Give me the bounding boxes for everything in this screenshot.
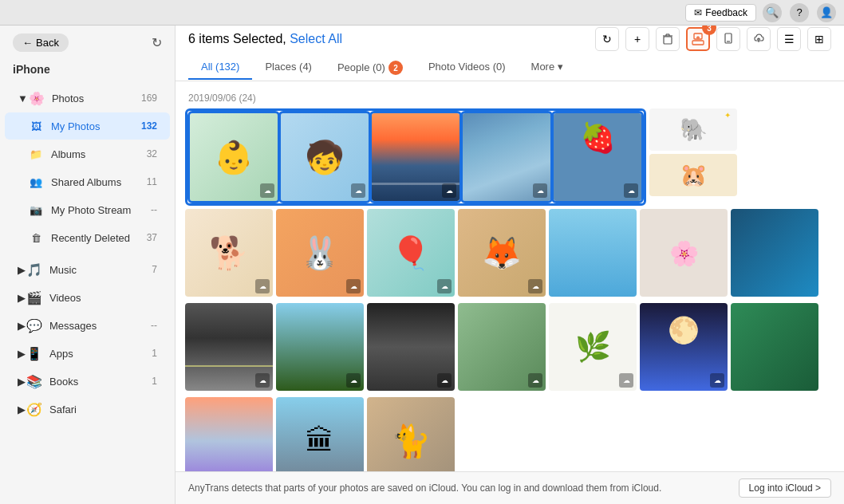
my-photos-icon: 🖼	[27, 117, 45, 135]
toolbar-delete-button[interactable]	[656, 27, 680, 51]
sidebar-item-videos[interactable]: ▶ 🎬 Videos	[5, 284, 170, 311]
icloud-login-button[interactable]: Log into iCloud >	[739, 478, 831, 498]
photo-thumb-2[interactable]: 🧒 ☁	[281, 113, 369, 201]
photo-thumb-18[interactable]: ☁	[458, 303, 546, 391]
tab-all[interactable]: All (132)	[188, 57, 252, 80]
sidebar-recently-deleted-label: Recently Deleted	[51, 232, 147, 244]
sidebar-music-label: Music	[49, 264, 152, 276]
photo-row-3: ☁ ☁ ☁ ☁ 🌿 ☁ 🌕 ☁	[185, 303, 834, 391]
user-icon-button[interactable]: 👤	[817, 3, 836, 22]
back-label: Back	[36, 37, 59, 49]
sidebar-photo-stream-count: --	[151, 204, 157, 215]
safari-expand-icon: ▶	[18, 404, 26, 415]
toolbar-grid-view-button[interactable]: ⊞	[807, 27, 831, 51]
refresh-icon[interactable]: ↻	[152, 35, 162, 50]
search-icon-button[interactable]: 🔍	[763, 3, 782, 22]
device-export-icon	[722, 33, 735, 45]
sidebar-item-albums[interactable]: 📁 Albums 32	[5, 140, 170, 167]
photo-thumb-13[interactable]: 🌸	[640, 209, 728, 297]
photo-thumb-11[interactable]: 🦊 ☁	[458, 209, 546, 297]
sidebar-other-section: ▶ 🎵 Music 7 ▶ 🎬 Videos ▶ 💬 Messages -- ▶…	[0, 254, 175, 425]
photo-row-2: 🐕 ☁ 🐰 ☁ 🎈 ☁ 🦊 ☁ 🌸	[185, 209, 834, 297]
expand-arrow-icon: ▼	[18, 93, 28, 104]
sidebar-item-photos[interactable]: ▼ 🌸 Photos 169	[5, 85, 170, 112]
toolbar-refresh-button[interactable]: ↻	[595, 27, 619, 51]
photo-thumb-3[interactable]: ☁	[372, 113, 459, 201]
sidebar-item-my-photos[interactable]: 🖼 My Photos 132	[5, 112, 170, 140]
photo-thumb-8[interactable]: 🐕 ☁	[185, 209, 273, 297]
back-button[interactable]: ← Back	[13, 33, 69, 52]
photo-thumb-20[interactable]: 🌕 ☁	[640, 303, 728, 391]
sidebar-item-safari[interactable]: ▶ 🧭 Safari	[5, 396, 170, 423]
toolbar-list-view-button[interactable]: ☰	[777, 27, 801, 51]
sidebar-item-recently-deleted[interactable]: 🗑 Recently Deleted 37	[5, 224, 170, 251]
photo-tabs: All (132) Places (4) People (0)2 Photo V…	[188, 57, 831, 79]
sidebar-videos-label: Videos	[49, 292, 157, 304]
photo-thumb-15[interactable]: ☁	[185, 303, 273, 391]
selection-info: 6 items Selected, Select All	[188, 32, 342, 46]
photo-thumb-16[interactable]: ☁	[276, 303, 364, 391]
help-icon-button[interactable]: ?	[790, 3, 809, 22]
photo-thumb-4[interactable]: ☁	[463, 113, 550, 201]
photo-thumb-5[interactable]: 🍓 ☁	[554, 113, 641, 201]
select-all-link[interactable]: Select All	[290, 32, 342, 45]
photo-stream-icon: 📷	[27, 201, 45, 219]
photo-thumb-14[interactable]	[731, 209, 818, 297]
people-tab-badge: 2	[388, 61, 403, 75]
selection-text: 6 items Selected,	[188, 32, 286, 45]
sidebar-my-photos-label: My Photos	[51, 120, 141, 132]
content-area: 6 items Selected, Select All ↻ +	[176, 26, 844, 504]
feedback-label: Feedback	[705, 7, 747, 18]
toolbar-upload-icloud-button[interactable]	[747, 27, 771, 51]
cloud-badge-18: ☁	[528, 373, 542, 388]
sidebar-photo-stream-label: My Photo Stream	[51, 204, 151, 216]
sidebar-photos-count: 169	[141, 93, 157, 104]
tab-places[interactable]: Places (4)	[252, 57, 325, 80]
sidebar-item-messages[interactable]: ▶ 💬 Messages --	[5, 312, 170, 339]
sidebar-messages-count: --	[151, 320, 157, 331]
music-icon: 🎵	[26, 261, 43, 278]
photo-thumb-9[interactable]: 🐰 ☁	[276, 209, 364, 297]
albums-icon: 📁	[27, 145, 45, 163]
feedback-icon: ✉	[694, 7, 702, 18]
books-icon: 📚	[26, 372, 43, 390]
sidebar-apps-label: Apps	[49, 348, 152, 360]
toolbar-device-export-button[interactable]	[716, 27, 740, 51]
books-expand-icon: ▶	[18, 376, 26, 388]
tab-more[interactable]: More ▾	[519, 57, 576, 80]
videos-expand-icon: ▶	[18, 292, 26, 304]
photo-thumb-7[interactable]: 🐹	[649, 154, 737, 196]
cloud-badge-17: ☁	[437, 373, 452, 388]
photo-thumb-24[interactable]: 🐈	[367, 397, 455, 471]
photo-thumb-1[interactable]: 👶 ☁	[190, 113, 278, 201]
photo-thumb-17[interactable]: ☁	[367, 303, 455, 391]
sidebar-item-music[interactable]: ▶ 🎵 Music 7	[5, 256, 170, 283]
cloud-badge-8: ☁	[255, 279, 270, 293]
photo-thumb-12[interactable]	[549, 209, 637, 297]
photos-icon: 🌸	[28, 89, 45, 107]
device-name: iPhone	[0, 60, 175, 82]
svg-rect-0	[664, 37, 672, 44]
photo-thumb-10[interactable]: 🎈 ☁	[367, 209, 455, 297]
sidebar-books-count: 1	[152, 376, 157, 387]
photo-thumb-23[interactable]: 🏛	[276, 397, 364, 471]
cloud-badge-9: ☁	[346, 279, 361, 293]
cloud-badge-10: ☁	[437, 279, 452, 293]
photo-thumb-6[interactable]: 🐘 ✦	[649, 108, 737, 151]
tab-people[interactable]: People (0)2	[325, 57, 416, 80]
sidebar-item-shared-albums[interactable]: 👥 Shared Albums 11	[5, 168, 170, 195]
photo-thumb-22[interactable]	[185, 397, 273, 471]
sidebar-shared-albums-label: Shared Albums	[51, 176, 147, 188]
bottom-bar: AnyTrans detects that parts of your phot…	[176, 471, 844, 504]
sidebar-item-photo-stream[interactable]: 📷 My Photo Stream --	[5, 196, 170, 223]
export-badge: 3	[702, 26, 716, 35]
sidebar-item-apps[interactable]: ▶ 📱 Apps 1	[5, 340, 170, 367]
photo-thumb-21[interactable]	[731, 303, 818, 391]
shared-albums-icon: 👥	[27, 173, 45, 191]
photo-thumb-19[interactable]: 🌿 ☁	[549, 303, 637, 391]
feedback-button[interactable]: ✉ Feedback	[685, 4, 756, 22]
toolbar-add-button[interactable]: +	[625, 27, 649, 51]
tab-photo-videos[interactable]: Photo Videos (0)	[416, 57, 519, 80]
sidebar-safari-label: Safari	[49, 404, 157, 415]
sidebar-item-books[interactable]: ▶ 📚 Books 1	[5, 368, 170, 395]
